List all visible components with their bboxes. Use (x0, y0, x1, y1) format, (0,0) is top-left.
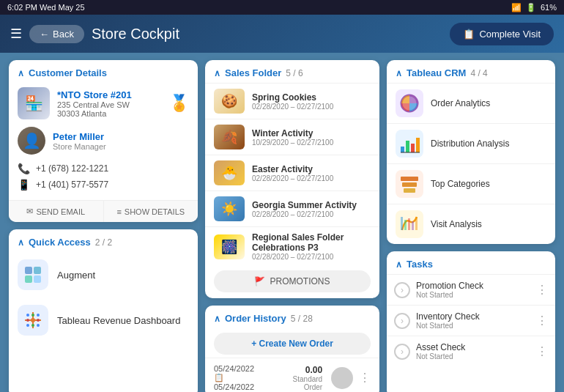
task-item-inventory-check[interactable]: › Inventory Check Not Started ⋮ (387, 305, 555, 336)
medal-icon: 🏅 (169, 94, 189, 113)
battery-icon: 🔋 (526, 3, 536, 12)
person-image: 👤 (18, 127, 45, 155)
task-options-icon[interactable]: ⋮ (536, 344, 548, 358)
mobile-icon: 📱 (18, 179, 30, 191)
crm-item-visit-analysis[interactable]: Visit Analysis (387, 204, 555, 244)
hamburger-menu-icon[interactable]: ☰ (10, 26, 22, 42)
order-options-icon[interactable]: ⋮ (359, 371, 371, 385)
top-categories-label: Top Categories (431, 179, 490, 189)
tasks-header: ∧ Tasks (387, 251, 555, 274)
status-time: 6:02 PM Wed May 25 (7, 3, 85, 12)
svg-rect-25 (404, 220, 407, 230)
folder-info-regional-celebrations: Regional Sales Folder Celebrations P3 02… (252, 232, 371, 261)
distribution-analysis-label: Distribution Analysis (431, 138, 509, 149)
middle-column: ∧ Sales Folder 5 / 6 🍪 Spring Cookies 02… (205, 60, 379, 392)
show-details-button[interactable]: ≡ SHOW DETAILS (104, 201, 198, 222)
person-role: Store Manager (53, 142, 106, 151)
svg-point-13 (26, 319, 29, 322)
top-categories-icon (396, 170, 423, 198)
store-city: 30303 Atlanta (57, 109, 132, 118)
folder-info-winter-activity: Winter Activity 10/29/2020 – 02/27/2100 (252, 128, 333, 147)
order-item[interactable]: 05/24/2022 📋 05/24/2022 0.00 Standard Or… (205, 358, 379, 392)
tasks-card: ∧ Tasks › Promotion Check Not Started ⋮ … (387, 251, 555, 392)
header: ☰ ← Back Store Cockpit 📋 Complete Visit (0, 15, 564, 53)
task-options-icon[interactable]: ⋮ (536, 314, 548, 328)
task-options-icon[interactable]: ⋮ (536, 283, 548, 297)
folder-item-georgia-summer[interactable]: ☀️ Georgia Summer Activity 02/28/2020 – … (205, 191, 379, 226)
order-analytics-icon (396, 89, 423, 117)
svg-rect-22 (402, 182, 417, 187)
back-button[interactable]: ← Back (29, 25, 84, 43)
svg-point-9 (26, 324, 29, 327)
crm-item-distribution-analysis[interactable]: Distribution Analysis (387, 123, 555, 163)
complete-visit-icon: 📋 (463, 29, 475, 40)
person-name: Peter Miller (53, 131, 106, 142)
crm-item-order-analytics[interactable]: Order Analytics (387, 83, 555, 123)
quick-access-item-augment[interactable]: Augment (9, 252, 198, 297)
status-right: 📶 🔋 61% (511, 3, 557, 12)
folder-item-regional-celebrations[interactable]: 🎆 Regional Sales Folder Celebrations P3 … (205, 226, 379, 266)
store-address: 235 Central Ave SW (57, 100, 132, 109)
header-left: ☰ ← Back Store Cockpit (10, 25, 179, 43)
svg-point-6 (31, 318, 35, 322)
svg-rect-19 (416, 138, 420, 152)
georgia-summer-thumbnail: ☀️ (214, 196, 245, 221)
svg-point-10 (37, 324, 40, 327)
contact-info: 📞 +1 (678) 122-1221 📱 +1 (401) 577-5577 (9, 158, 198, 196)
person-text: Peter Miller Store Manager (53, 131, 106, 151)
svg-rect-18 (411, 144, 415, 152)
right-column: ∧ Tableau CRM 4 / 4 Order Analytics (387, 60, 555, 392)
task-info-inventory: Inventory Check Not Started (416, 311, 480, 330)
folder-item-spring-cookies[interactable]: 🍪 Spring Cookies 02/28/2020 – 02/27/2100 (205, 83, 379, 119)
task-chevron-icon: › (394, 282, 410, 298)
person-avatar: 👤 (18, 127, 45, 155)
task-chevron-icon: › (394, 344, 410, 360)
distribution-analysis-icon (396, 130, 423, 158)
page-title: Store Cockpit (92, 26, 179, 42)
send-email-button[interactable]: ✉ SEND EMAIL (9, 201, 104, 222)
tableau-crm-card: ∧ Tableau CRM 4 / 4 Order Analytics (387, 60, 555, 244)
chevron-down-icon: ∧ (396, 259, 402, 270)
task-item-asset-check[interactable]: › Asset Check Not Started ⋮ (387, 336, 555, 366)
augment-icon (18, 259, 48, 290)
flag-icon: 🚩 (254, 276, 265, 286)
tableau-crm-header: ∧ Tableau CRM 4 / 4 (387, 60, 555, 83)
visit-analysis-icon (396, 210, 423, 238)
email-icon: ✉ (26, 207, 33, 216)
crm-item-top-categories[interactable]: Top Categories (387, 163, 555, 204)
details-icon: ≡ (116, 207, 121, 216)
quick-access-header: ∧ Quick Access 2 / 2 (9, 229, 198, 252)
store-name: *NTO Store #201 (57, 89, 132, 100)
promotions-button[interactable]: 🚩 PROMOTIONS (214, 270, 371, 292)
chevron-down-icon: ∧ (396, 68, 402, 78)
tableau-icon (18, 305, 48, 336)
order-date-info: 05/24/2022 📋 05/24/2022 (214, 364, 267, 391)
complete-visit-button[interactable]: 📋 Complete Visit (450, 23, 554, 45)
chevron-down-icon: ∧ (214, 314, 220, 324)
svg-rect-24 (401, 217, 403, 230)
spring-cookies-thumbnail: 🍪 (214, 89, 245, 114)
regional-celebrations-thumbnail: 🎆 (214, 234, 245, 259)
order-avatar (331, 367, 353, 389)
phone-icon: 📞 (18, 163, 30, 174)
task-info-asset: Asset Check Not Started (416, 342, 465, 360)
sales-folder-header: ∧ Sales Folder 5 / 6 (205, 60, 379, 83)
order-amount-section: 0.00 Standard Order (272, 365, 323, 391)
svg-rect-28 (415, 217, 418, 230)
folder-item-winter-activity[interactable]: 🍂 Winter Activity 10/29/2020 – 02/27/210… (205, 119, 379, 155)
visit-analysis-label: Visit Analysis (431, 219, 482, 229)
chevron-down-icon: ∧ (18, 237, 24, 248)
order-ref: 📋 05/24/2022 (214, 373, 267, 391)
svg-point-7 (26, 314, 29, 317)
person-info: 👤 Peter Miller Store Manager (9, 122, 198, 158)
winter-activity-thumbnail: 🍂 (214, 125, 245, 149)
chevron-down-icon: ∧ (18, 68, 24, 78)
svg-point-12 (31, 324, 34, 327)
svg-rect-21 (401, 177, 418, 181)
svg-point-8 (37, 314, 40, 317)
create-new-order-button[interactable]: + Create New Order (214, 333, 371, 355)
store-info: 🏪 *NTO Store #201 235 Central Ave SW 303… (9, 83, 198, 122)
folder-item-easter-activity[interactable]: 🐣 Easter Activity 02/28/2020 – 02/27/210… (205, 155, 379, 191)
task-item-promotion-check[interactable]: › Promotion Check Not Started ⋮ (387, 274, 555, 305)
quick-access-item-tableau[interactable]: Tableau Revenue Dashboard (9, 297, 198, 343)
